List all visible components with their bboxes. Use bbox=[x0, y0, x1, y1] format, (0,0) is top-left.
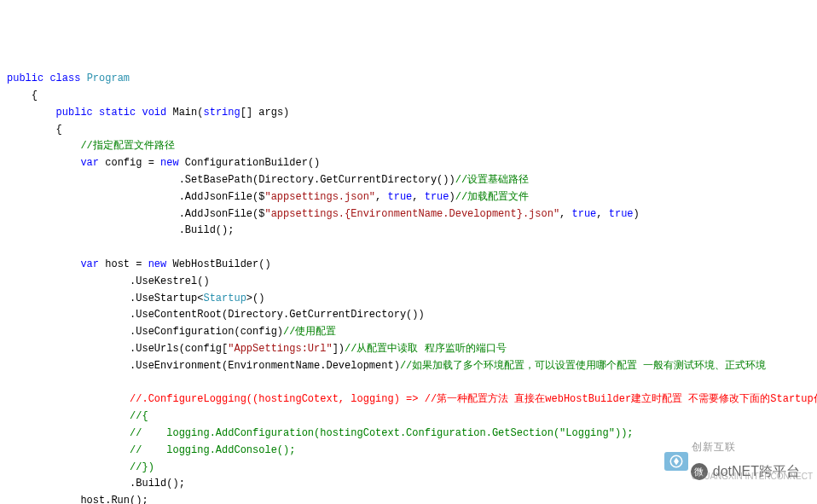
brand-logo-icon bbox=[664, 452, 688, 471]
brand-logo-text: 创新互联 CHUANGXIN INTERCONNECT bbox=[692, 423, 813, 500]
comment: //指定配置文件路径 bbox=[80, 140, 174, 152]
keyword-public: public bbox=[7, 72, 43, 84]
brace: { bbox=[7, 90, 38, 101]
brand-logo: 创新互联 CHUANGXIN INTERCONNECT bbox=[664, 423, 813, 500]
keyword-class: class bbox=[49, 72, 80, 84]
type-program: Program bbox=[87, 72, 130, 84]
